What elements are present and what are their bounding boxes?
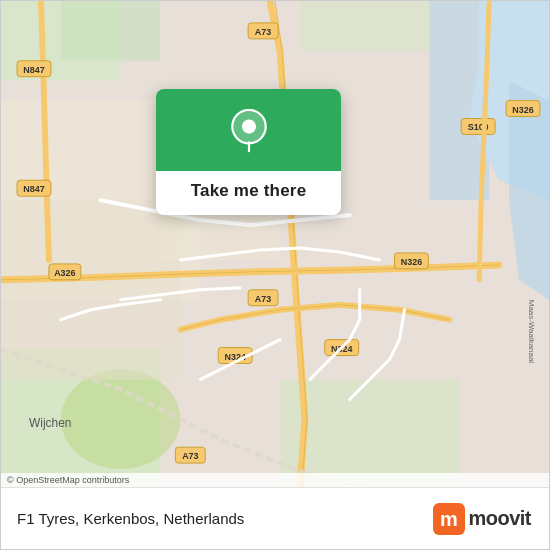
svg-text:A73: A73: [255, 294, 271, 304]
info-bar: F1 Tyres, Kerkenbos, Netherlands m moovi…: [1, 487, 549, 549]
svg-text:Maas-Waalkanaal: Maas-Waalkanaal: [527, 300, 536, 364]
attribution-text: © OpenStreetMap contributors: [7, 475, 129, 485]
location-name: F1 Tyres, Kerkenbos, Netherlands: [17, 510, 244, 527]
app-container: A73 A73 A73 A73 A326 N326 N324: [0, 0, 550, 550]
svg-text:m: m: [441, 508, 459, 530]
svg-text:N326: N326: [401, 257, 422, 267]
location-pin-icon: [227, 109, 271, 153]
svg-text:A73: A73: [182, 451, 198, 461]
svg-text:N847: N847: [23, 184, 44, 194]
moovit-logo-icon: m: [433, 503, 465, 535]
svg-point-39: [241, 120, 255, 134]
moovit-text: moovit: [468, 507, 531, 530]
map-area[interactable]: A73 A73 A73 A73 A326 N326 N324: [1, 1, 549, 487]
popup-button-area: Take me there: [156, 171, 341, 215]
attribution-bar: © OpenStreetMap contributors: [1, 473, 549, 487]
svg-text:N324: N324: [224, 352, 245, 362]
popup-card: Take me there: [156, 89, 341, 215]
svg-rect-9: [1, 200, 180, 379]
svg-text:A326: A326: [54, 268, 75, 278]
map-svg: A73 A73 A73 A73 A326 N326 N324: [1, 1, 549, 487]
moovit-logo: m moovit: [433, 503, 531, 535]
take-me-there-button[interactable]: Take me there: [191, 181, 307, 201]
svg-text:N326: N326: [512, 105, 533, 115]
popup-tail: [239, 214, 259, 215]
svg-rect-3: [61, 1, 161, 61]
svg-text:A73: A73: [255, 27, 271, 37]
svg-text:N847: N847: [23, 65, 44, 75]
svg-text:Wijchen: Wijchen: [29, 416, 71, 430]
svg-rect-4: [300, 1, 429, 51]
popup-green-area: [156, 89, 341, 171]
svg-point-6: [61, 369, 181, 469]
